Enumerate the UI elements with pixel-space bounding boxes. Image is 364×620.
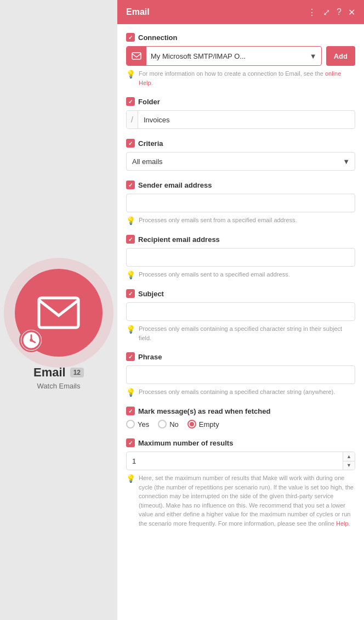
max-results-info: 💡 Here, set the maximum number of result… [126,474,355,528]
max-results-input[interactable] [126,452,355,470]
criteria-select-wrap: All emails Unread emails Read emails ▼ [126,152,355,171]
radio-empty-label: Empty [199,420,219,429]
max-results-help-link[interactable]: Help [336,520,349,527]
help-icon[interactable]: ? [337,7,342,17]
max-results-input-wrap: ▲ ▼ [126,452,355,470]
sender-email-section: Sender email address 💡 Processes only em… [126,181,355,225]
sender-email-info: 💡 Processes only emails sent from a spec… [126,216,355,225]
subject-info-icon: 💡 [126,325,135,334]
radio-no-circle [158,420,167,429]
recipient-email-label: Recipient email address [138,235,220,244]
subject-section: Subject 💡 Processes only emails containi… [126,289,355,342]
subject-info: 💡 Processes only emails containing a spe… [126,324,355,342]
sender-email-checkbox[interactable] [126,181,135,189]
subject-info-text: Processes only emails containing a speci… [139,324,355,342]
mark-read-checkbox[interactable] [126,407,135,415]
expand-icon[interactable]: ⤢ [323,7,330,18]
info-icon: 💡 [126,70,135,78]
folder-section: Folder / [126,97,355,129]
modal-header-actions: ⋮ ⤢ ? ✕ [308,7,355,18]
email-module-label: Email 12 [33,365,84,380]
radio-empty[interactable]: Empty [187,420,219,429]
sender-email-input[interactable] [126,194,355,212]
email-badge: 12 [70,368,84,377]
phrase-input[interactable] [126,365,355,384]
max-results-info-text: Here, set the maximum number of results … [139,475,354,527]
max-results-info-icon: 💡 [126,474,135,483]
recipient-info-icon: 💡 [126,270,135,279]
spinner-up-button[interactable]: ▲ [343,452,355,461]
connection-dropdown-arrow: ▼ [305,52,321,60]
phrase-info-text: Processes only emails containing a speci… [139,387,335,397]
svg-point-4 [30,339,32,341]
folder-input-wrap: / [126,110,355,129]
mark-read-radio-group: Yes No Empty [126,420,355,429]
max-results-checkbox[interactable] [126,438,135,447]
folder-label: Folder [138,98,160,106]
phrase-checkbox[interactable] [126,352,135,361]
connection-label: Connection [138,33,178,42]
subject-checkbox[interactable] [126,289,135,298]
recipient-email-checkbox[interactable] [126,235,135,244]
radio-yes[interactable]: Yes [126,420,149,429]
connection-header: Connection [126,33,355,42]
connection-value: My Microsoft SMTP/IMAP O... [146,52,305,60]
max-results-header: Maximum number of results [126,438,355,447]
number-spinners: ▲ ▼ [343,452,355,470]
phrase-info-icon: 💡 [126,388,135,397]
mark-read-section: Mark message(s) as read when fetched Yes… [126,407,355,429]
radio-no-label: No [169,420,179,429]
svg-rect-0 [39,298,78,328]
sender-email-info-text: Processes only emails sent from a specif… [139,216,297,225]
recipient-email-section: Recipient email address 💡 Processes only… [126,235,355,279]
recipient-email-header: Recipient email address [126,235,355,244]
subject-input[interactable] [126,302,355,321]
phrase-info: 💡 Processes only emails containing a spe… [126,387,355,397]
spinner-down-button[interactable]: ▼ [343,461,355,470]
background-area: Email 12 Watch Emails [0,0,117,620]
radio-yes-label: Yes [138,420,149,429]
connection-select[interactable]: My Microsoft SMTP/IMAP O... ▼ [126,46,322,66]
radio-no[interactable]: No [158,420,179,429]
email-modal: Email ⋮ ⤢ ? ✕ Connection [117,0,364,620]
mark-read-label: Mark message(s) as read when fetched [138,407,270,415]
criteria-section: Criteria All emails Unread emails Read e… [126,139,355,171]
sender-email-label: Sender email address [138,181,212,189]
close-icon[interactable]: ✕ [348,7,355,18]
folder-input[interactable] [138,112,355,128]
clock-badge-icon [19,328,43,352]
criteria-checkbox[interactable] [126,139,135,148]
mark-read-header: Mark message(s) as read when fetched [126,407,355,415]
modal-title: Email [126,7,150,17]
max-results-section: Maximum number of results ▲ ▼ 💡 Here, se… [126,438,355,528]
recipient-email-info-text: Processes only emails sent to a specifie… [139,270,290,279]
subject-label: Subject [138,290,164,298]
connection-email-icon [127,46,146,66]
connection-section: Connection My Microsoft SMTP/IMAP O... ▼… [126,33,355,87]
sender-email-header: Sender email address [126,181,355,189]
connection-checkbox[interactable] [126,33,135,42]
recipient-email-info: 💡 Processes only emails sent to a specif… [126,270,355,279]
dots-icon[interactable]: ⋮ [308,7,316,18]
recipient-email-input[interactable] [126,248,355,267]
email-sublabel: Watch Emails [37,382,81,390]
sender-info-icon: 💡 [126,216,135,225]
phrase-section: Phrase 💡 Processes only emails containin… [126,352,355,397]
email-module-icon [15,269,103,357]
radio-yes-circle [126,420,135,429]
criteria-header: Criteria [126,139,355,148]
criteria-select[interactable]: All emails Unread emails Read emails [126,152,355,171]
folder-checkbox[interactable] [126,97,135,106]
radio-empty-circle [187,420,196,429]
modal-body: Connection My Microsoft SMTP/IMAP O... ▼… [117,24,364,546]
criteria-label: Criteria [138,139,163,148]
folder-header: Folder [126,97,355,106]
connection-info-text: For more information on how to create a … [139,70,323,77]
connection-info: 💡 For more information on how to create … [126,69,355,87]
subject-header: Subject [126,289,355,298]
add-connection-button[interactable]: Add [326,46,355,66]
phrase-header: Phrase [126,352,355,361]
connection-row: My Microsoft SMTP/IMAP O... ▼ Add [126,46,355,66]
max-results-label: Maximum number of results [138,439,233,447]
phrase-label: Phrase [138,353,162,361]
